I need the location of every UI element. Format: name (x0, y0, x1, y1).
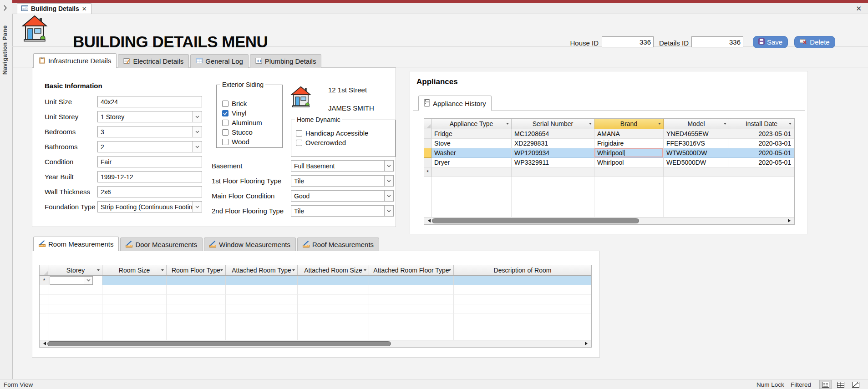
table-row-dryer[interactable]: Dryer WP3329911 Whirlpool WED5000DW 2020… (424, 158, 794, 167)
select-all-cell[interactable] (40, 265, 49, 275)
empty-cell[interactable] (369, 276, 454, 285)
dropdown-arrow-icon[interactable] (220, 269, 223, 273)
cell-serial-number[interactable]: WP1209934 (512, 148, 594, 158)
tab-close-icon[interactable]: ✕ (82, 6, 87, 12)
dropdown-arrow-icon[interactable] (161, 269, 164, 273)
column-header-attached-room-type[interactable]: Attached Room Type (226, 265, 298, 275)
stucco-checkbox[interactable] (222, 129, 228, 136)
new-record-row[interactable]: * (424, 167, 794, 177)
chevron-down-icon[interactable] (193, 141, 202, 152)
horizontal-scrollbar[interactable] (424, 217, 794, 224)
first-floor-flooring-select[interactable]: Tile (291, 175, 394, 187)
unit-storey-select[interactable]: 1 Storey (97, 111, 202, 122)
scroll-left-icon[interactable] (426, 219, 431, 222)
dropdown-arrow-icon[interactable] (589, 123, 592, 126)
column-header-attached-room-floor-type[interactable]: Attached Room Floor Type (369, 265, 454, 275)
second-floor-flooring-select[interactable]: Tile (291, 205, 394, 217)
dropdown-arrow-icon[interactable] (97, 269, 100, 273)
design-view-button[interactable] (849, 380, 862, 389)
chevron-down-icon[interactable] (384, 206, 393, 216)
chevron-down-icon[interactable] (84, 277, 92, 284)
condition-field[interactable]: Fair (97, 156, 202, 167)
main-floor-condition-select[interactable]: Good (291, 190, 394, 202)
expand-nav-icon[interactable] (3, 5, 7, 13)
cell-appliance-type[interactable]: Stove (431, 139, 512, 148)
column-header-serial-number[interactable]: Serial Number (512, 119, 594, 129)
tab-roof-measurements[interactable]: Roof Measurements (297, 237, 379, 251)
dropdown-arrow-icon[interactable] (364, 269, 366, 273)
row-selector[interactable] (424, 158, 431, 167)
column-header-description[interactable]: Description of Room (454, 265, 591, 275)
new-record-selector[interactable]: * (40, 276, 49, 285)
cell-brand[interactable]: Whirlpool (594, 158, 664, 167)
dropdown-arrow-icon[interactable] (724, 123, 726, 126)
scroll-right-icon[interactable] (585, 342, 589, 345)
chevron-down-icon[interactable] (193, 126, 202, 137)
cell-serial-number[interactable]: WP3329911 (512, 158, 594, 167)
cell-install-date[interactable]: 2020-03-01 (729, 139, 794, 148)
handicap-accessible-checkbox[interactable] (296, 130, 302, 136)
form-view-button[interactable] (819, 380, 832, 389)
dropdown-arrow-icon[interactable] (658, 123, 661, 126)
document-tab-building-details[interactable]: Building Details ✕ (17, 3, 91, 14)
delete-button[interactable]: Delete (794, 36, 835, 48)
cell-model[interactable]: WED5000DW (664, 158, 729, 167)
column-header-room-floor-type[interactable]: Room Floor Type (167, 265, 226, 275)
column-header-appliance-type[interactable]: Appliance Type (431, 119, 512, 129)
house-id-field[interactable]: 336 (602, 36, 654, 47)
cell-brand[interactable]: AMANA (594, 129, 664, 139)
cell-install-date[interactable]: 2020-05-01 (729, 148, 794, 158)
tab-general-log[interactable]: General Log (190, 54, 249, 68)
cell-install-date[interactable]: 2023-05-01 (729, 129, 794, 139)
datasheet-view-button[interactable] (834, 380, 847, 389)
brick-checkbox[interactable] (222, 101, 228, 107)
cell-install-date[interactable]: 2020-05-01 (729, 158, 794, 167)
scroll-left-icon[interactable] (41, 342, 46, 345)
tab-appliance-history[interactable]: Appliance History (418, 96, 492, 111)
storey-combo[interactable] (50, 276, 93, 285)
cell-appliance-type[interactable]: Fridge (431, 129, 512, 139)
tab-electrical-details[interactable]: Electrical Details (118, 54, 189, 68)
cell-appliance-type[interactable]: Washer (431, 148, 512, 158)
tab-infrastructure-details[interactable]: Infrastructure Details (33, 53, 117, 68)
scrollbar-thumb[interactable] (432, 218, 639, 223)
cell-serial-number[interactable]: MC1208654 (512, 129, 594, 139)
empty-cell[interactable] (102, 276, 167, 285)
unit-size-field[interactable]: 40x24 (97, 96, 202, 107)
foundation-type-select[interactable]: Strip Footing (Continuous Footing (97, 201, 202, 212)
empty-cell[interactable] (512, 167, 594, 177)
save-button[interactable]: Save (753, 36, 788, 48)
tab-plumbing-details[interactable]: Plumbing Details (250, 54, 322, 68)
empty-cell[interactable] (664, 167, 729, 177)
cell-brand-editing[interactable]: Whirlpool (594, 148, 664, 158)
wall-thickness-field[interactable]: 2x6 (97, 186, 202, 197)
navigation-pane-collapsed[interactable]: Navigation Pane (0, 0, 13, 379)
cell-model[interactable]: FFEF3016VS (664, 139, 729, 148)
chevron-down-icon[interactable] (193, 111, 202, 122)
filtered-indicator[interactable]: Filtered (791, 381, 811, 388)
cell-serial-number[interactable]: XD2298831 (512, 139, 594, 148)
details-id-field[interactable]: 336 (691, 36, 743, 47)
aluminum-checkbox[interactable] (222, 120, 228, 126)
row-selector[interactable] (424, 148, 431, 158)
new-record-row[interactable]: * (40, 276, 591, 285)
chevron-down-icon[interactable] (384, 176, 393, 186)
column-header-storey[interactable]: Storey (49, 265, 102, 275)
column-header-room-size[interactable]: Room Size (102, 265, 167, 275)
scroll-right-icon[interactable] (788, 219, 792, 222)
new-record-selector[interactable]: * (424, 167, 431, 177)
horizontal-scrollbar[interactable] (40, 340, 591, 347)
overcrowded-checkbox[interactable] (296, 140, 302, 146)
table-row-fridge[interactable]: Fridge MC1208654 AMANA YNED4655EW 2023-0… (424, 129, 794, 139)
chevron-down-icon[interactable] (384, 161, 393, 171)
dropdown-arrow-icon[interactable] (506, 123, 509, 126)
column-header-attached-room-size[interactable]: Attached Room Size (298, 265, 369, 275)
empty-cell[interactable] (729, 167, 794, 177)
dropdown-arrow-icon[interactable] (448, 269, 451, 273)
table-row-stove[interactable]: Stove XD2298831 Frigidaire FFEF3016VS 20… (424, 139, 794, 148)
cell-model[interactable]: WTW5000DW (664, 148, 729, 158)
vinyl-checkbox[interactable] (222, 110, 228, 116)
empty-cell[interactable] (226, 276, 298, 285)
chevron-down-icon[interactable] (384, 191, 393, 201)
empty-cell[interactable] (431, 167, 512, 177)
